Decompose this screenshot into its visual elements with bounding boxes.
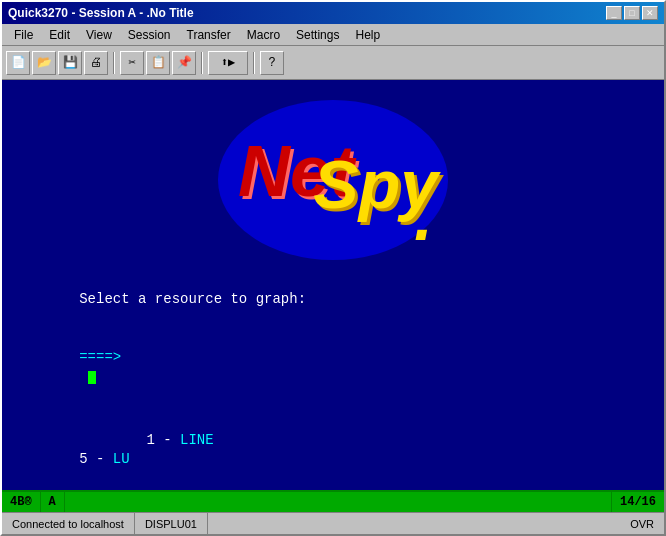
menu-macro[interactable]: Macro	[239, 26, 288, 44]
num-1: 1	[79, 432, 163, 448]
screen-name: DISPLU01	[135, 513, 208, 534]
copy-button[interactable]: 📋	[146, 51, 170, 75]
new-button[interactable]: 📄	[6, 51, 30, 75]
menu-session[interactable]: Session	[120, 26, 179, 44]
screen-id: DISPLU01	[145, 518, 197, 530]
separator-1	[113, 52, 115, 74]
title-bar: Quick3270 - Session A - .No Title _ □ ✕	[2, 2, 664, 24]
arrow-label: ====>	[79, 349, 121, 365]
help-icon-button[interactable]: ?	[260, 51, 284, 75]
session-id: 4B®	[10, 495, 32, 509]
label-lu: LU	[113, 451, 130, 467]
status-bar-gray: Connected to localhost DISPLU01 OVR	[2, 512, 664, 534]
separator-2	[201, 52, 203, 74]
status-bar-green: 4B® A 14/16	[2, 490, 664, 512]
select-prompt-line: Select a resource to graph:	[12, 270, 654, 329]
separator-3	[253, 52, 255, 74]
arrow-input-line: ====>	[12, 329, 654, 407]
terminal-content: Select a resource to graph: ====> 1 - LI…	[12, 270, 654, 490]
menu-file[interactable]: File	[6, 26, 41, 44]
label-line: LINE	[180, 432, 281, 448]
terminal-area[interactable]: Net Spy . Select a resource to graph: ==…	[2, 80, 664, 490]
close-button[interactable]: ✕	[642, 6, 658, 20]
maximize-button[interactable]: □	[624, 6, 640, 20]
logo-dot: .	[414, 177, 433, 255]
menu-view[interactable]: View	[78, 26, 120, 44]
session-type-label: A	[49, 495, 56, 509]
paste-button[interactable]: 📌	[172, 51, 196, 75]
page-indicator: 14/16	[611, 492, 664, 512]
minimize-button[interactable]: _	[606, 6, 622, 20]
menu-transfer[interactable]: Transfer	[179, 26, 239, 44]
cut-button[interactable]: ✂	[120, 51, 144, 75]
connection-info: Connected to localhost	[2, 513, 135, 534]
mode-indicator: OVR	[620, 513, 664, 534]
logo-container: Net Spy .	[12, 90, 654, 270]
window-controls: _ □ ✕	[606, 6, 658, 20]
session-type: A	[41, 492, 65, 512]
cursor-1	[79, 369, 95, 385]
menu-edit[interactable]: Edit	[41, 26, 78, 44]
main-window: Quick3270 - Session A - .No Title _ □ ✕ …	[0, 0, 666, 536]
menu-bar: File Edit View Session Transfer Macro Se…	[2, 24, 664, 46]
logo-ellipse: Net Spy .	[218, 100, 448, 260]
print-button[interactable]: 🖨	[84, 51, 108, 75]
select-prompt-text: Select a resource to graph:	[79, 291, 306, 307]
menu-rows: 1 - LINE 5 - LU	[12, 411, 654, 489]
menu-settings[interactable]: Settings	[288, 26, 347, 44]
toolbar: 📄 📂 💾 🖨 ✂ 📋 📌 ⬆▶ ?	[2, 46, 664, 80]
window-title: Quick3270 - Session A - .No Title	[8, 6, 194, 20]
open-button[interactable]: 📂	[32, 51, 56, 75]
save-button[interactable]: 💾	[58, 51, 82, 75]
send-button[interactable]: ⬆▶	[208, 51, 248, 75]
session-indicator: 4B®	[2, 492, 41, 512]
page-number: 14/16	[620, 495, 656, 509]
menu-help[interactable]: Help	[347, 26, 388, 44]
connection-text: Connected to localhost	[12, 518, 124, 530]
mode-text: OVR	[630, 518, 654, 530]
